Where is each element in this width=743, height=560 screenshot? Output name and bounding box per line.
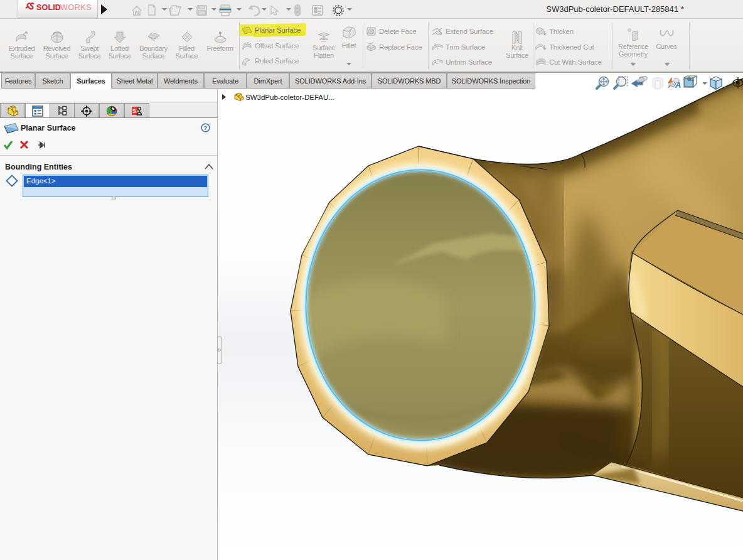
svg-text:?: ? <box>204 124 208 131</box>
svg-text:S: S <box>132 108 136 114</box>
svg-text:SOLID: SOLID <box>36 3 61 12</box>
svg-text:A: A <box>675 80 681 90</box>
svg-text:WORKS: WORKS <box>60 3 92 12</box>
